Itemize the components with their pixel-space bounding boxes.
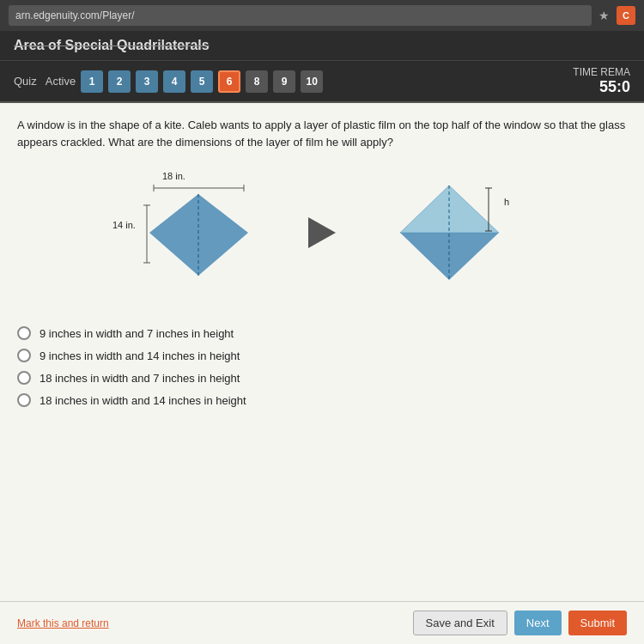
choice-d-text: 18 inches in width and 14 inches in heig…	[39, 394, 246, 407]
time-remaining-label: TIME REMA	[573, 66, 630, 78]
radio-a[interactable]	[17, 326, 31, 340]
question-btn-5[interactable]: 5	[191, 70, 213, 93]
question-btn-1[interactable]: 1	[81, 70, 103, 93]
question-btn-6[interactable]: 6	[218, 70, 240, 93]
choice-d[interactable]: 18 inches in width and 14 inches in heig…	[17, 389, 627, 411]
arrow	[308, 217, 336, 248]
quiz-nav: Quiz Active 1 2 3 4 5 6 8 9 10 TIME REMA…	[0, 61, 644, 103]
mark-link[interactable]: Mark this and return	[17, 617, 109, 629]
footer-buttons: Save and Exit Next Submit	[413, 611, 627, 635]
kite-left: 18 in. 14 in.	[111, 164, 283, 301]
next-button[interactable]: Next	[514, 611, 562, 635]
main-content: A window is in the shape of a kite. Cale…	[0, 103, 644, 601]
question-btn-9[interactable]: 9	[273, 70, 295, 93]
choices: 9 inches in width and 7 inches in height…	[17, 319, 627, 415]
choice-a-text: 9 inches in width and 7 inches in height	[39, 327, 234, 340]
quiz-label: Quiz	[14, 75, 37, 88]
kite-right: h	[361, 164, 533, 301]
refresh-button[interactable]: C	[617, 6, 635, 25]
save-button[interactable]: Save and Exit	[413, 611, 507, 635]
radio-b[interactable]	[17, 349, 31, 362]
app-title: Area of Special Quadrilaterals	[14, 38, 630, 53]
radio-d[interactable]	[17, 393, 31, 407]
choice-b-text: 9 inches in width and 14 inches in heigh…	[39, 349, 240, 362]
app-header: Area of Special Quadrilaterals	[0, 31, 644, 61]
question-btn-2[interactable]: 2	[108, 70, 131, 93]
time-value: 55:0	[573, 78, 630, 96]
question-btn-3[interactable]: 3	[136, 70, 158, 93]
radio-c[interactable]	[17, 371, 31, 385]
time-remaining: TIME REMA 55:0	[573, 66, 630, 96]
choice-b[interactable]: 9 inches in width and 14 inches in heigh…	[17, 344, 627, 367]
content-area: A window is in the shape of a kite. Cale…	[0, 103, 644, 644]
quiz-status: Active	[46, 75, 76, 88]
star-icon[interactable]: ★	[598, 9, 610, 22]
choice-a[interactable]: 9 inches in width and 7 inches in height	[17, 322, 627, 344]
browser-bar: arn.edgenuity.com/Player/ ★ C	[0, 0, 644, 31]
choice-c[interactable]: 18 inches in width and 7 inches in heigh…	[17, 367, 627, 389]
question-text: A window is in the shape of a kite. Cale…	[17, 117, 627, 150]
question-btn-8[interactable]: 8	[246, 70, 268, 93]
url-bar[interactable]: arn.edgenuity.com/Player/	[9, 5, 592, 26]
diagram-area: 18 in. 14 in.	[17, 164, 627, 301]
submit-button[interactable]: Submit	[568, 611, 627, 635]
url-text: arn.edgenuity.com/Player/	[15, 9, 135, 21]
choice-c-text: 18 inches in width and 7 inches in heigh…	[39, 372, 240, 385]
footer: Mark this and return Save and Exit Next …	[0, 601, 644, 644]
question-btn-4[interactable]: 4	[163, 70, 185, 93]
question-btn-10[interactable]: 10	[301, 70, 323, 93]
